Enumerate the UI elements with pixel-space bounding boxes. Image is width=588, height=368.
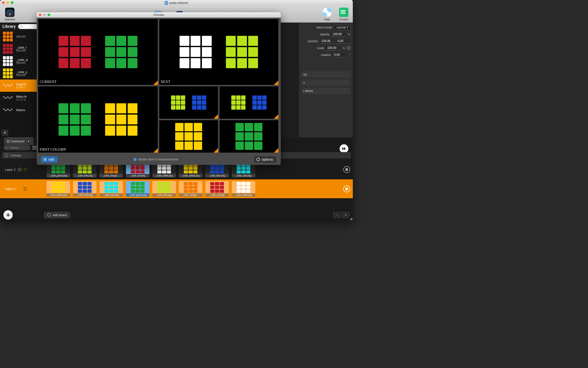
visibility-toggle[interactable]: [18, 187, 21, 191]
help-icon: [322, 8, 332, 17]
timeline-search[interactable]: Search: [3, 145, 30, 150]
zoom-out-button[interactable]: −: [333, 212, 341, 218]
clip[interactable]: _cube_yellow.png: [47, 181, 70, 197]
layers-icon: [4, 154, 8, 157]
visibility-toggle[interactable]: [18, 168, 21, 171]
position-label: position: [298, 39, 318, 43]
dashboard-tab[interactable]: Dashboard ▼: [4, 137, 33, 145]
help-label: Help: [324, 18, 330, 21]
preview-hint: idouble-click to rename/remove: [133, 158, 178, 161]
document-icon: [165, 1, 168, 5]
preview-next[interactable]: NEXT: [159, 19, 278, 85]
preview-title: Preview: [154, 13, 164, 17]
dashboard-dropdown[interactable]: ▼: [27, 139, 31, 144]
rotation-field[interactable]: 0.00: [333, 53, 347, 57]
preview-thumb-4[interactable]: [220, 120, 278, 153]
rotation-label: rotation: [311, 53, 331, 57]
search-icon: [20, 25, 23, 28]
gear-icon[interactable]: [347, 46, 350, 50]
window-title: audio.millumin: [170, 1, 188, 5]
contact-icon: [339, 8, 348, 17]
preview-thumb-2[interactable]: [220, 86, 278, 119]
fast-forward-icon: [342, 146, 346, 151]
window-minimize[interactable]: [6, 1, 9, 4]
svg-rect-4: [7, 142, 8, 143]
preview-edit-button[interactable]: edit: [41, 156, 58, 163]
clip[interactable]: _cube_orange....: [179, 181, 202, 197]
svg-rect-8: [44, 160, 45, 161]
opacity-label: opacity: [310, 33, 329, 36]
preview-titlebar[interactable]: Preview: [37, 12, 281, 18]
contact-button[interactable]: Contact: [339, 8, 348, 21]
clip[interactable]: _cube_red.png: [205, 181, 229, 197]
gear-icon: [257, 158, 260, 161]
gear-icon: [47, 213, 51, 217]
layer-stop-button[interactable]: [343, 185, 350, 192]
layer-row[interactable]: Layer 1_cube_yellow.png_cube_blue.png_cu…: [0, 179, 353, 198]
preview-close[interactable]: [39, 13, 41, 16]
play-next-button[interactable]: [340, 144, 348, 153]
clip[interactable]: _cube_lime.png: [152, 181, 176, 197]
properties-panel: blend mode normal opacity 100.00% positi…: [299, 23, 353, 137]
preview-zoom[interactable]: [48, 13, 50, 16]
position-y-field[interactable]: 0.00: [336, 39, 350, 44]
clip[interactable]: _cube_cian.png: [99, 181, 123, 197]
clip[interactable]: _cube_blue.png: [73, 181, 97, 197]
help-button[interactable]: Help: [322, 8, 332, 21]
gauge-icon: [5, 8, 14, 17]
preview-first-column[interactable]: FIRST COLUMN: [38, 86, 158, 153]
preview-thumb-3[interactable]: [159, 120, 218, 153]
properties-section-2[interactable]: s: [301, 79, 350, 86]
scale-label: scale: [304, 46, 324, 50]
window-close[interactable]: [2, 1, 5, 4]
grid-icon: [44, 158, 47, 161]
svg-rect-7: [45, 158, 47, 159]
optimize-label: Optimize: [4, 18, 15, 21]
window-zoom[interactable]: [11, 1, 13, 4]
blend-mode-select[interactable]: normal: [334, 25, 350, 30]
preview-options-button[interactable]: options: [254, 156, 276, 163]
opacity-field[interactable]: 100.00: [331, 32, 345, 37]
lock-toggle[interactable]: [24, 187, 27, 190]
svg-line-1: [22, 27, 23, 28]
layer-stop-button[interactable]: [343, 166, 350, 173]
scale-field[interactable]: 100.00: [326, 46, 340, 51]
svg-rect-5: [9, 142, 10, 143]
preview-minimize[interactable]: [43, 13, 46, 16]
zoom-in-button[interactable]: +: [342, 212, 349, 218]
add-layer-dropdown[interactable]: ▼: [11, 214, 14, 216]
preview-window: Preview CURRENT NEXT FIRST COLUMN edit i…: [37, 12, 281, 165]
grid-icon: [7, 140, 10, 143]
edit-board-button[interactable]: edit board: [44, 212, 70, 218]
properties-section-3[interactable]: t Media: [301, 88, 350, 94]
lock-toggle[interactable]: [24, 168, 27, 171]
resize-handle[interactable]: ◢: [350, 216, 352, 220]
properties-section-1[interactable]: ng: [301, 71, 350, 78]
svg-rect-3: [9, 140, 10, 141]
clip[interactable]: _cube_white.png: [232, 181, 255, 197]
library-title: Library: [2, 24, 16, 29]
svg-rect-9: [45, 160, 47, 161]
contact-label: Contact: [339, 18, 348, 21]
svg-point-0: [21, 25, 22, 27]
optimize-button[interactable]: Optimize: [4, 8, 15, 21]
library-add-button[interactable]: +: [1, 130, 8, 136]
svg-rect-2: [7, 140, 8, 141]
preview-thumb-1[interactable]: [159, 86, 218, 119]
list-view-toggle[interactable]: [32, 146, 37, 149]
canvas-label: Canvas: [10, 154, 21, 157]
blend-mode-label: blend mode: [312, 26, 332, 29]
clip[interactable]: _cube_green.png: [126, 181, 149, 197]
preview-current[interactable]: CURRENT: [38, 19, 158, 85]
app-titlebar[interactable]: audio.millumin: [0, 0, 353, 6]
svg-rect-6: [44, 158, 45, 159]
position-x-field[interactable]: 228.45: [320, 39, 334, 44]
